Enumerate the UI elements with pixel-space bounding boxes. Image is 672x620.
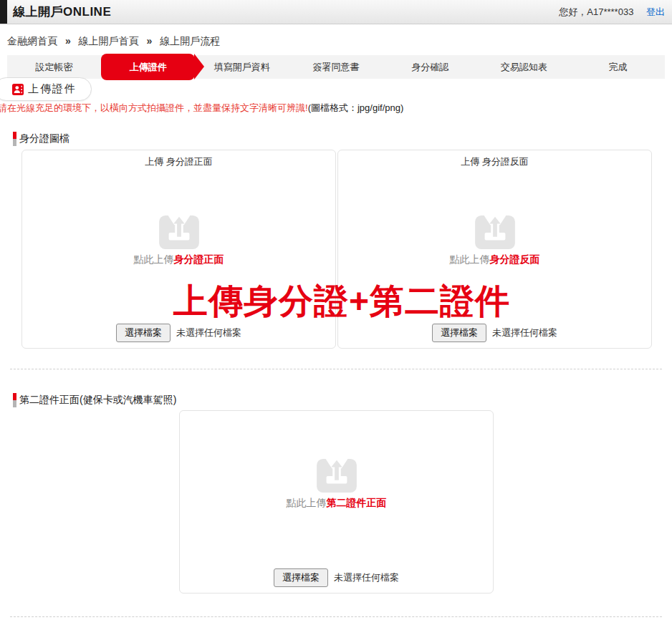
active-tab-arrow bbox=[194, 54, 204, 79]
id-section-title: 身分證圖檔 bbox=[19, 132, 69, 145]
id-section-header: 身分證圖檔 bbox=[13, 132, 69, 146]
upload-caption: 點此上傳身分證正面 bbox=[22, 253, 335, 266]
upload-card-title: 上傳 身分證正面 bbox=[22, 155, 335, 168]
tab-upload-documents-label: 上傳證件 bbox=[130, 62, 167, 72]
section-pill-upload-documents: 上傳證件 bbox=[0, 77, 92, 101]
tab-identity-confirm[interactable]: 身分確認 bbox=[383, 55, 477, 79]
choose-file-button[interactable]: 選擇檔案 bbox=[432, 324, 486, 342]
file-input-row: 選擇檔案 未選擇任何檔案 bbox=[338, 324, 651, 342]
upload-caption-prefix: 點此上傳 bbox=[287, 497, 327, 508]
upload-caption: 點此上傳身分證反面 bbox=[338, 253, 651, 266]
tab-sign-agreement[interactable]: 簽署同意書 bbox=[289, 55, 383, 79]
photo-instructions-warning: 請在光線充足的環境下，以橫向方式拍攝證件，並盡量保持文字清晰可辨識! bbox=[0, 102, 308, 113]
breadcrumb-separator: » bbox=[65, 35, 71, 47]
dashed-divider bbox=[10, 616, 662, 617]
id-badge-icon bbox=[12, 84, 24, 95]
tab-upload-documents[interactable]: 上傳證件 bbox=[101, 54, 195, 80]
app-header: 線上開戶ONLINE 您好，A17****033 登出 bbox=[0, 0, 672, 24]
upload-caption-target: 第二證件正面 bbox=[327, 497, 387, 508]
breadcrumb-home[interactable]: 金融網首頁 bbox=[7, 35, 57, 47]
tab-complete[interactable]: 完成 bbox=[571, 55, 665, 79]
breadcrumb-separator: » bbox=[146, 35, 152, 47]
upload-tray-icon bbox=[180, 457, 493, 493]
tab-fill-account-info[interactable]: 填寫開戶資料 bbox=[195, 55, 289, 79]
file-status-text: 未選擇任何檔案 bbox=[176, 326, 241, 339]
upload-card-id-front[interactable]: 上傳 身分證正面 點此上傳身分證正面 選擇檔案 未選擇任何檔案 bbox=[21, 150, 336, 349]
file-input-row: 選擇檔案 未選擇任何檔案 bbox=[180, 568, 493, 587]
breadcrumb-account-home[interactable]: 線上開戶首頁 bbox=[79, 35, 139, 47]
app-title: 線上開戶ONLINE bbox=[13, 0, 111, 24]
upload-visual: 點此上傳第二證件正面 bbox=[180, 457, 493, 510]
section-marker bbox=[13, 132, 16, 146]
dashed-divider bbox=[10, 369, 662, 369]
upload-caption-target: 身分證正面 bbox=[174, 253, 224, 265]
photo-instructions-format: (圖檔格式：jpg/gif/png) bbox=[308, 102, 404, 113]
section-marker bbox=[13, 393, 16, 407]
upload-tray-icon bbox=[338, 213, 651, 249]
section-pill-label: 上傳證件 bbox=[28, 82, 77, 96]
user-area: 您好，A17****033 登出 bbox=[559, 0, 665, 24]
upload-caption-prefix: 點此上傳 bbox=[134, 253, 174, 265]
breadcrumb-current: 線上開戶流程 bbox=[160, 35, 220, 47]
photo-instructions: 請在光線充足的環境下，以橫向方式拍攝證件，並盡量保持文字清晰可辨識!(圖檔格式：… bbox=[0, 102, 403, 115]
second-doc-section-header: 第二證件正面(健保卡或汽機車駕照) bbox=[13, 393, 176, 407]
step-tabbar: 設定帳密 上傳證件 填寫開戶資料 簽署同意書 身分確認 交易認知表 完成 bbox=[7, 55, 665, 79]
upload-tray-icon bbox=[22, 213, 335, 249]
header-accent-bar bbox=[0, 0, 7, 24]
upload-card-id-back[interactable]: 上傳 身分證反面 點此上傳身分證反面 選擇檔案 未選擇任何檔案 bbox=[337, 150, 652, 349]
choose-file-button[interactable]: 選擇檔案 bbox=[116, 324, 171, 342]
file-status-text: 未選擇任何檔案 bbox=[334, 571, 399, 584]
second-doc-section-title: 第二證件正面(健保卡或汽機車駕照) bbox=[19, 394, 176, 407]
upload-card-title: 上傳 身分證反面 bbox=[338, 155, 651, 168]
upload-card-second-doc[interactable]: 點此上傳第二證件正面 選擇檔案 未選擇任何檔案 bbox=[179, 410, 494, 594]
tab-trading-awareness[interactable]: 交易認知表 bbox=[477, 55, 571, 79]
choose-file-button[interactable]: 選擇檔案 bbox=[274, 568, 328, 587]
upload-caption-target: 身分證反面 bbox=[490, 253, 540, 265]
file-input-row: 選擇檔案 未選擇任何檔案 bbox=[22, 324, 335, 342]
file-status-text: 未選擇任何檔案 bbox=[492, 326, 557, 339]
logout-link[interactable]: 登出 bbox=[646, 6, 665, 17]
user-greeting: 您好，A17****033 bbox=[559, 6, 633, 17]
upload-visual: 點此上傳身分證反面 bbox=[338, 213, 651, 266]
upload-caption: 點此上傳第二證件正面 bbox=[180, 497, 493, 510]
upload-visual: 點此上傳身分證正面 bbox=[22, 213, 335, 266]
upload-caption-prefix: 點此上傳 bbox=[450, 253, 490, 265]
breadcrumb: 金融網首頁 » 線上開戶首頁 » 線上開戶流程 bbox=[7, 35, 220, 48]
tab-set-password[interactable]: 設定帳密 bbox=[7, 55, 101, 79]
